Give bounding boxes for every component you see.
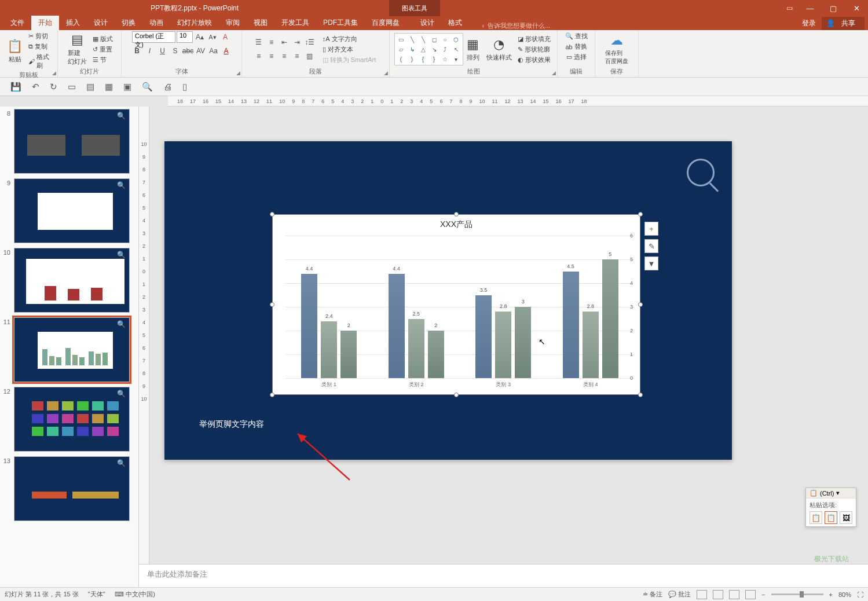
chart-bar[interactable]: 2.8 <box>583 312 599 378</box>
resize-handle[interactable] <box>454 393 459 397</box>
qat-btn-3[interactable]: ▦ <box>105 82 113 92</box>
chart-object[interactable]: XXX产品 0123456类别 14.42.42类别 24.42.52类别 33… <box>272 214 640 395</box>
change-case-button[interactable]: Aa <box>208 45 219 57</box>
fit-to-window-button[interactable]: ⛶ <box>857 591 863 598</box>
shadow-button[interactable]: S <box>170 45 181 57</box>
notes-pane[interactable]: 单击此处添加备注 <box>139 564 868 587</box>
tab-slideshow[interactable]: 幻灯片放映 <box>170 16 219 30</box>
shape-outline-button[interactable]: ✎形状轮廓 <box>515 45 553 54</box>
tab-chart-design[interactable]: 设计 <box>413 16 441 30</box>
zoom-in-button[interactable]: + <box>829 591 833 598</box>
slide[interactable]: XXX产品 0123456类别 14.42.42类别 24.42.52类别 33… <box>164 141 732 460</box>
login-button[interactable]: 登录 <box>797 17 821 30</box>
shrink-font-button[interactable]: A▾ <box>207 31 218 43</box>
tab-developer[interactable]: 开发工具 <box>274 16 316 30</box>
chart-add-element-button[interactable]: + <box>644 222 658 236</box>
chart-styles-button[interactable]: ✎ <box>644 239 658 253</box>
copy-button[interactable]: ⧉复制 <box>26 42 54 52</box>
tab-animations[interactable]: 动画 <box>142 16 170 30</box>
zoom-percent[interactable]: 80% <box>838 591 851 598</box>
italic-button[interactable]: I <box>144 45 156 57</box>
maximize-button[interactable]: ▢ <box>822 0 845 16</box>
paste-picture-button[interactable]: 🖼 <box>840 511 852 524</box>
reading-view-button[interactable] <box>729 590 739 599</box>
chart-bar[interactable]: 2 <box>428 331 444 378</box>
qat-btn-7[interactable]: ▯ <box>182 82 187 92</box>
shapes-gallery[interactable]: ▭╲╲◻○⬡ ▱↳△↘⤴↖ (){}☆▾ <box>394 33 463 65</box>
thumbnail-item[interactable]: 12🔍 <box>2 387 136 452</box>
numbering-button[interactable]: ≡ <box>266 36 277 48</box>
shape-fill-button[interactable]: ◪形状填充 <box>515 34 553 44</box>
thumbnail-slide[interactable]: 🔍 <box>14 387 130 452</box>
thumbnail-slide[interactable]: 🔍 <box>14 456 130 521</box>
font-color-button[interactable]: A <box>221 45 232 57</box>
chart-filter-button[interactable]: ▼ <box>644 256 658 270</box>
new-slide-button[interactable]: ▤ 新建 幻灯片 <box>64 31 90 67</box>
decrease-indent-button[interactable]: ⇤ <box>279 36 290 48</box>
tab-file[interactable]: 文件 <box>3 16 31 30</box>
thumbnail-slide[interactable]: 🔍 <box>14 317 130 382</box>
reset-button[interactable]: ↺重置 <box>90 45 115 54</box>
chart-bar[interactable]: 2.4 <box>321 321 337 378</box>
slide-counter[interactable]: 幻灯片 第 11 张，共 15 张 <box>5 590 79 599</box>
paste-use-theme-button[interactable]: 📋 <box>825 511 837 524</box>
line-spacing-button[interactable]: ↕☰ <box>304 36 316 48</box>
thumbnail-item[interactable]: 11🔍 <box>2 317 136 382</box>
thumbnail-item[interactable]: 13🔍 <box>2 456 136 521</box>
resize-handle[interactable] <box>270 302 274 307</box>
tab-transitions[interactable]: 切换 <box>115 16 142 30</box>
save-to-baidu-button[interactable]: ☁保存到 百度网盘 <box>602 32 632 67</box>
qat-btn-4[interactable]: ▣ <box>123 82 131 92</box>
tab-home[interactable]: 开始 <box>31 16 59 30</box>
redo-icon[interactable]: ↻ <box>50 82 57 92</box>
char-spacing-button[interactable]: AV <box>195 45 207 57</box>
layout-button[interactable]: ▦版式 <box>90 34 115 44</box>
thumbnail-slide[interactable]: 🔍 <box>14 248 130 313</box>
tab-pdftools[interactable]: PDF工具集 <box>316 16 365 30</box>
chart-bar[interactable]: 2.8 <box>495 312 511 378</box>
quick-styles-button[interactable]: ◔快速样式 <box>483 36 515 63</box>
paste-keep-source-button[interactable]: 📋 <box>810 511 822 524</box>
save-icon[interactable]: 💾 <box>10 82 21 92</box>
shape-effects-button[interactable]: ◐形状效果 <box>515 55 553 65</box>
chart-bar[interactable]: 2.5 <box>408 319 424 379</box>
text-direction-button[interactable]: ↕A文字方向 <box>320 34 378 44</box>
strikethrough-button[interactable]: abc <box>182 45 194 57</box>
thumbnail-item[interactable]: 8🔍 <box>2 109 136 174</box>
sorter-view-button[interactable] <box>713 590 723 599</box>
zoom-out-button[interactable]: − <box>761 591 765 598</box>
chart-title[interactable]: XXX产品 <box>273 215 640 230</box>
tab-review[interactable]: 审阅 <box>219 16 247 30</box>
align-text-button[interactable]: ▯对齐文本 <box>320 45 378 54</box>
close-button[interactable]: ✕ <box>845 0 868 16</box>
qat-btn-1[interactable]: ▭ <box>68 82 76 92</box>
cut-button[interactable]: ✂剪切 <box>26 31 54 41</box>
thumbnail-slide[interactable]: 🔍 <box>14 178 130 243</box>
zoom-slider[interactable] <box>771 593 823 595</box>
undo-icon[interactable]: ↶ <box>32 82 39 92</box>
resize-handle[interactable] <box>638 393 643 397</box>
comments-toggle[interactable]: 💬 批注 <box>668 590 691 599</box>
chart-bar[interactable]: 4.5 <box>563 272 579 379</box>
font-size-select[interactable]: 10 <box>177 31 193 43</box>
section-button[interactable]: ☰节 <box>90 55 115 65</box>
resize-handle[interactable] <box>638 302 643 307</box>
thumbnail-item[interactable]: 9🔍 <box>2 178 136 243</box>
resize-handle[interactable] <box>454 212 459 217</box>
tab-view[interactable]: 视图 <box>247 16 274 30</box>
minimize-button[interactable]: — <box>799 0 822 16</box>
resize-handle[interactable] <box>638 212 643 217</box>
normal-view-button[interactable] <box>697 590 707 599</box>
qat-btn-6[interactable]: 🖨 <box>163 82 172 91</box>
language-status[interactable]: ⌨ 中文(中国) <box>115 590 155 599</box>
grow-font-button[interactable]: A▴ <box>194 31 206 43</box>
slideshow-view-button[interactable] <box>745 590 756 599</box>
chart-plot-area[interactable]: 0123456类别 14.42.42类别 24.42.52类别 33.52.83… <box>285 236 634 378</box>
arrange-button[interactable]: ▦排列 <box>463 36 483 63</box>
clear-formatting-button[interactable]: A <box>219 31 231 43</box>
chart-bar[interactable]: 4.4 <box>301 274 317 378</box>
replace-button[interactable]: ab替换 <box>563 42 589 52</box>
find-button[interactable]: 🔍查找 <box>563 31 590 41</box>
notes-toggle[interactable]: ≐ 备注 <box>643 590 662 599</box>
align-right-button[interactable]: ≡ <box>279 50 290 62</box>
